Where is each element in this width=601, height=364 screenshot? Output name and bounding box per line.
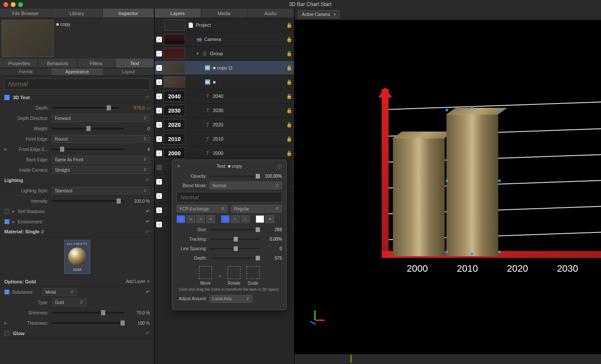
valign-top-button[interactable]: ⊤ xyxy=(221,215,230,223)
disclosure-icon[interactable]: ▶ xyxy=(12,220,15,224)
subtab-behaviors[interactable]: Behaviors xyxy=(38,59,77,68)
layer-2000[interactable]: ✓2000T2000🔒 xyxy=(155,146,294,160)
environment-checkbox[interactable] xyxy=(4,219,9,224)
reset-substance-icon[interactable]: ↶ xyxy=(146,289,150,295)
playhead-icon[interactable] xyxy=(351,355,351,363)
text-subtab-appearance[interactable]: Appearance xyxy=(51,68,103,75)
reset-environment-icon[interactable]: ↶ xyxy=(146,219,150,225)
substance-dropdown[interactable]: Metal xyxy=(42,288,77,296)
layer-copy[interactable]: ✓🔤■ copy ⊡🔒 xyxy=(155,61,294,75)
lock-icon[interactable]: 🔒 xyxy=(286,108,292,113)
add-layer-button[interactable]: Add Layer xyxy=(126,279,146,284)
thickness-slider[interactable] xyxy=(51,322,124,324)
layer-visible-checkbox[interactable]: ✓ xyxy=(156,193,162,199)
layer-2010[interactable]: ✓2010T2010🔒 xyxy=(155,132,294,146)
layer-visible-checkbox[interactable]: ✓ xyxy=(156,37,162,42)
active-camera-dropdown[interactable]: Active Camera xyxy=(298,10,340,18)
hud-panel[interactable]: ✕ Text: ■ copy ⓘ Opacity:100.00% Blend M… xyxy=(172,160,287,310)
layer-visible-checkbox[interactable]: ✓ xyxy=(156,136,162,142)
tab-inspector[interactable]: Inspector xyxy=(103,9,154,18)
lock-icon[interactable]: 🔒 xyxy=(286,79,292,85)
tab-library[interactable]: Library xyxy=(51,9,103,18)
substance-checkbox[interactable] xyxy=(4,289,9,295)
hud-tracking-slider[interactable] xyxy=(209,238,259,240)
reset-3d-text-icon[interactable]: ↶ xyxy=(146,94,150,100)
layer-visible-checkbox[interactable] xyxy=(156,165,162,170)
bar-2000[interactable] xyxy=(393,138,445,256)
material-swatch[interactable]: ALL FACETS Gold xyxy=(64,240,90,274)
weight-slider[interactable] xyxy=(52,128,124,129)
enable-3d-text-checkbox[interactable] xyxy=(4,95,9,100)
hud-line-spacing-slider[interactable] xyxy=(209,248,259,249)
depth-value[interactable]: 575.0 xyxy=(123,106,145,110)
layer-2040[interactable]: ✓2040T2040🔒 xyxy=(155,89,294,104)
axis-gizmo[interactable] xyxy=(307,309,324,326)
reset-lighting-icon[interactable]: ↶ xyxy=(146,177,150,183)
style-preset-field[interactable]: Normal xyxy=(4,78,150,90)
layer-visible-checkbox[interactable]: ✓ xyxy=(156,65,162,71)
text-subtab-layout[interactable]: Layout xyxy=(103,68,154,75)
hud-info-icon[interactable]: ⓘ xyxy=(277,163,282,170)
tab-media[interactable]: Media xyxy=(201,9,248,18)
add-layer-dropdown-icon[interactable]: ▾ xyxy=(147,279,150,284)
shininess-slider[interactable] xyxy=(52,312,124,314)
layer-camera[interactable]: ✓📹Camera🔒 xyxy=(155,32,294,47)
valign-middle-button[interactable]: + xyxy=(231,215,240,223)
subtab-properties[interactable]: Properties xyxy=(0,59,38,68)
inside-corners-dropdown[interactable]: Straight xyxy=(52,166,150,174)
layer-visible-checkbox[interactable]: ✓ xyxy=(156,108,162,113)
text-subtab-format[interactable]: Format xyxy=(0,68,51,75)
hud-size-slider[interactable] xyxy=(209,229,259,230)
hud-font-weight-dropdown[interactable]: Regular xyxy=(231,205,282,213)
disclosure-icon[interactable]: ▶ xyxy=(4,147,7,151)
reset-self-shadows-icon[interactable]: ↶ xyxy=(146,209,150,214)
hud-rotate-tool[interactable]: Rotate xyxy=(228,266,240,286)
lock-icon[interactable]: 🔒 xyxy=(286,136,292,142)
disclosure-icon[interactable]: ▶ xyxy=(4,321,7,325)
layer-visible-checkbox[interactable]: ✓ xyxy=(156,222,162,227)
keyframe-icon[interactable]: ◇ xyxy=(146,105,150,111)
canvas-viewport[interactable]: 2000 2010 2020 2030 xyxy=(294,20,601,354)
valign-bottom-button[interactable]: ⊥ xyxy=(241,215,250,223)
metal-type-dropdown[interactable]: Gold xyxy=(52,298,86,306)
subtab-text[interactable]: Text xyxy=(116,59,154,68)
layer-visible-checkbox[interactable]: ✓ xyxy=(156,207,162,213)
tab-layers[interactable]: Layers xyxy=(155,9,201,18)
tab-audio[interactable]: Audio xyxy=(247,9,294,18)
layer-blank[interactable]: ✓🔤■🔒 xyxy=(155,75,294,89)
layer-visible-checkbox[interactable]: ✓ xyxy=(156,122,162,128)
subtab-filters[interactable]: Filters xyxy=(77,59,116,68)
hud-adjust-around-dropdown[interactable]: Local Axis xyxy=(209,295,253,303)
layer-visible-checkbox[interactable]: ✓ xyxy=(156,179,162,185)
hud-opacity-slider[interactable] xyxy=(209,176,259,177)
depth-slider[interactable] xyxy=(52,107,119,109)
align-left-button[interactable]: ≡ xyxy=(177,215,185,223)
reset-material-icon[interactable]: ↶ xyxy=(146,229,150,235)
hud-move-tool[interactable]: Move xyxy=(199,266,212,286)
reset-glow-icon[interactable]: ↶ xyxy=(146,330,150,336)
back-edge-dropdown[interactable]: Same As Front xyxy=(52,156,150,163)
layer-2030[interactable]: ✓2030T2030🔒 xyxy=(155,104,294,118)
disclosure-icon[interactable]: ▼ xyxy=(196,51,199,56)
align-justify-button[interactable]: ≡ xyxy=(206,215,215,223)
tab-file-browser[interactable]: File Browser xyxy=(0,9,51,18)
bar-2010-selected[interactable] xyxy=(446,114,498,256)
hud-scale-tool[interactable]: Scale xyxy=(247,266,259,286)
lock-icon[interactable]: 🔒 xyxy=(286,37,292,42)
hud-blend-mode-dropdown[interactable]: Normal xyxy=(209,182,282,189)
front-edge-size-slider[interactable] xyxy=(51,148,124,150)
hud-style-preview[interactable]: Normal xyxy=(177,192,282,202)
lighting-style-dropdown[interactable]: Standard xyxy=(52,187,150,195)
hud-close-icon[interactable]: ✕ xyxy=(177,163,180,169)
hud-font-dropdown[interactable]: FCP-Exchange xyxy=(177,205,228,213)
lock-icon[interactable]: 🔒 xyxy=(286,94,292,99)
align-right-button[interactable]: ≡ xyxy=(196,215,205,223)
layer-project[interactable]: 📄Project🔒 xyxy=(155,18,294,32)
layer-visible-checkbox[interactable]: ✓ xyxy=(156,151,162,156)
minimize-window-icon[interactable] xyxy=(11,2,16,7)
disclosure-icon[interactable]: ▶ xyxy=(12,209,15,213)
layer-2020[interactable]: ✓2020T2020🔒 xyxy=(155,118,294,132)
lock-icon[interactable]: 🔒 xyxy=(286,51,292,56)
lock-icon[interactable]: 🔒 xyxy=(286,65,292,71)
align-center-button[interactable]: ≡ xyxy=(187,215,195,223)
